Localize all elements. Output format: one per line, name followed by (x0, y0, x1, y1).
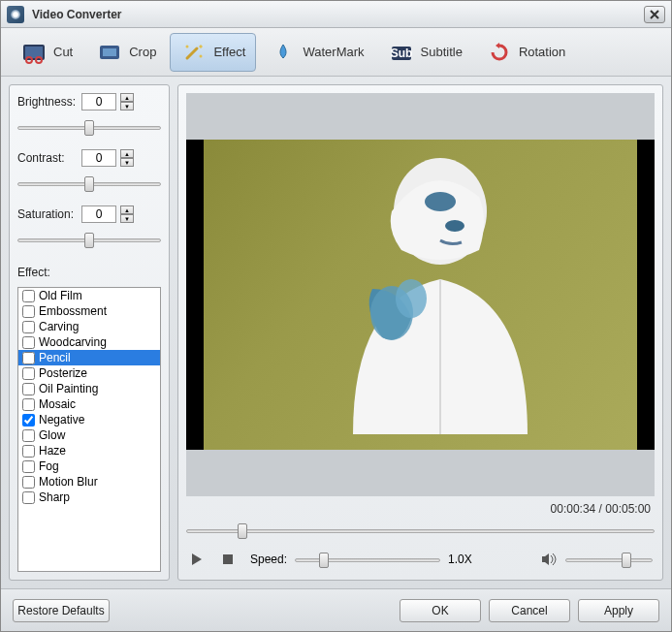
effect-checkbox[interactable] (22, 336, 35, 349)
effect-icon (180, 40, 208, 65)
watermark-icon (270, 40, 297, 65)
stop-button[interactable] (219, 551, 237, 568)
effect-item[interactable]: Negative (18, 412, 160, 427)
effect-list-container: Old FilmEmbossmentCarvingWoodcarvingPenc… (17, 287, 161, 572)
svg-rect-1 (25, 47, 43, 58)
effect-name: Fog (39, 459, 59, 473)
svg-text:Sub: Sub (390, 47, 412, 60)
contrast-slider[interactable] (17, 176, 161, 190)
effect-checkbox[interactable] (22, 305, 35, 318)
rotation-icon (486, 40, 513, 65)
effect-checkbox[interactable] (22, 414, 35, 427)
tab-effect[interactable]: Effect (170, 33, 256, 72)
effect-checkbox[interactable] (22, 290, 35, 302)
preview-panel: 00:00:34 / 00:05:00 Speed: 1.0X (177, 84, 663, 581)
brightness-down[interactable]: ▼ (120, 102, 134, 111)
effect-name: Carving (39, 320, 79, 333)
svg-rect-5 (103, 48, 116, 56)
brightness-slider[interactable] (17, 120, 161, 134)
effect-list[interactable]: Old FilmEmbossmentCarvingWoodcarvingPenc… (18, 288, 160, 571)
effect-checkbox[interactable] (22, 398, 35, 411)
effect-checkbox[interactable] (22, 445, 35, 458)
current-time: 00:00:34 (551, 502, 596, 516)
brightness-input[interactable] (81, 93, 116, 111)
effect-item[interactable]: Fog (18, 458, 160, 474)
effect-item[interactable]: Posterize (18, 365, 160, 381)
volume-icon (541, 553, 557, 566)
effect-name: Sharp (39, 490, 70, 504)
effect-item[interactable]: Mosaic (18, 396, 160, 412)
brightness-up[interactable]: ▲ (120, 93, 134, 102)
contrast-row: Contrast: ▲ ▼ (17, 149, 161, 167)
effect-checkbox[interactable] (22, 476, 35, 489)
effect-checkbox[interactable] (22, 429, 35, 442)
svg-point-7 (200, 54, 203, 57)
close-button[interactable] (644, 6, 665, 23)
speed-value: 1.0X (448, 553, 472, 566)
effect-name: Haze (39, 444, 66, 458)
effect-checkbox[interactable] (22, 352, 35, 364)
tab-cut[interactable]: Cut (11, 34, 82, 71)
svg-rect-15 (223, 554, 233, 564)
tab-subtitle[interactable]: Sub Subtitle (378, 34, 472, 71)
svg-point-11 (445, 220, 464, 232)
contrast-label: Contrast: (17, 151, 78, 165)
effect-item[interactable]: Embossment (18, 303, 160, 319)
content-area: Brightness: ▲ ▼ Contrast: ▲ ▼ Saturation… (1, 77, 671, 588)
effect-name: Negative (39, 413, 84, 427)
duration: 00:05:00 (605, 502, 651, 516)
brightness-label: Brightness: (17, 95, 78, 109)
tab-watermark[interactable]: WaterMark (260, 34, 373, 71)
effect-item[interactable]: Woodcarving (18, 334, 160, 350)
saturation-down[interactable]: ▼ (120, 214, 134, 223)
saturation-input[interactable] (81, 205, 116, 223)
video-converter-window: Video Converter Cut Crop Effect WaterMar… (0, 0, 672, 632)
effect-item[interactable]: Pencil (18, 350, 160, 365)
bottom-bar: Restore Defaults OK Cancel Apply (1, 588, 671, 631)
speed-control: Speed: 1.0X (250, 553, 527, 566)
effect-checkbox[interactable] (22, 367, 35, 380)
effect-name: Motion Blur (39, 475, 98, 489)
time-display: 00:00:34 / 00:05:00 (186, 496, 655, 521)
effect-item[interactable]: Glow (18, 427, 160, 443)
seek-slider[interactable] (186, 523, 655, 537)
cut-icon (20, 40, 48, 65)
effect-checkbox[interactable] (22, 383, 35, 395)
speed-slider[interactable] (295, 553, 440, 566)
window-title: Video Converter (32, 8, 644, 21)
tab-label: Subtitle (421, 45, 463, 59)
contrast-up[interactable]: ▲ (120, 149, 134, 158)
volume-slider[interactable] (565, 553, 653, 566)
ok-button[interactable]: OK (400, 599, 481, 622)
tab-rotation[interactable]: Rotation (476, 34, 575, 71)
volume-control (540, 551, 653, 568)
saturation-up[interactable]: ▲ (120, 205, 134, 214)
effect-item[interactable]: Motion Blur (18, 474, 160, 490)
effect-item[interactable]: Carving (18, 319, 160, 334)
apply-button[interactable]: Apply (578, 599, 659, 622)
effect-item[interactable]: Oil Painting (18, 381, 160, 396)
cancel-button[interactable]: Cancel (489, 599, 570, 622)
contrast-down[interactable]: ▼ (120, 158, 134, 167)
effect-checkbox[interactable] (22, 491, 35, 504)
effect-item[interactable]: Old Film (18, 288, 160, 303)
effect-item[interactable]: Haze (18, 443, 160, 458)
tab-label: WaterMark (303, 45, 364, 59)
tab-crop[interactable]: Crop (86, 34, 166, 71)
effect-checkbox[interactable] (22, 321, 35, 333)
preview-area (186, 93, 655, 496)
contrast-input[interactable] (81, 149, 116, 167)
app-icon (7, 6, 24, 23)
saturation-slider[interactable] (17, 233, 161, 246)
restore-defaults-button[interactable]: Restore Defaults (13, 599, 110, 622)
effect-name: Glow (39, 428, 65, 442)
video-frame (186, 140, 655, 450)
effect-list-label: Effect: (17, 266, 161, 279)
play-button[interactable] (188, 551, 206, 568)
titlebar: Video Converter (1, 1, 671, 28)
effect-checkbox[interactable] (22, 460, 35, 473)
tabbar: Cut Crop Effect WaterMark Sub Subtitle R… (1, 28, 671, 77)
effect-item[interactable]: Sharp (18, 490, 160, 505)
effect-name: Pencil (39, 351, 71, 364)
volume-button[interactable] (540, 551, 558, 568)
